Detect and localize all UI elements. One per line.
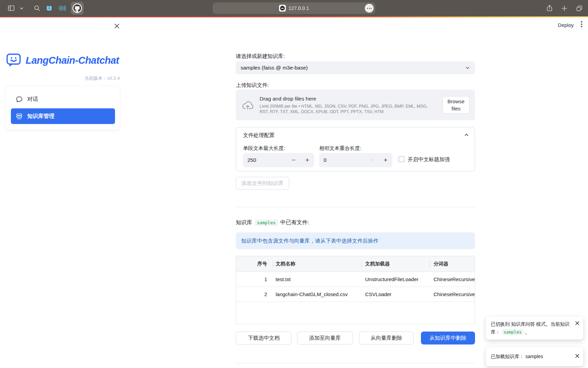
toast-kb-name-code: samples <box>502 329 523 335</box>
zh-title-checkbox-label[interactable]: 开启中文标题加强 <box>408 156 450 163</box>
app-logo: LangChain-Chatchat <box>0 53 125 68</box>
expander-title: 文件处理配置 <box>243 132 275 138</box>
col-header-index[interactable]: 序号 <box>236 256 273 272</box>
browser-toolbar: 127.0.0.1 <box>0 0 588 16</box>
overlap-size-input[interactable]: 0 − + <box>319 153 392 167</box>
info-banner: 知识库中包含源文件与向量库，请从下表中选择文件后操作 <box>236 232 475 249</box>
chat-bubble-icon <box>16 96 23 103</box>
sidebar-menu: 对话 知识库管理 <box>6 86 120 130</box>
sidebar-toggle-icon[interactable] <box>7 4 15 12</box>
page-settings-icon[interactable] <box>365 4 374 13</box>
address-bar[interactable]: 127.0.0.1 <box>213 2 375 14</box>
app-title: LangChain-Chatchat <box>26 55 119 66</box>
col-header-splitter[interactable]: 分词器 <box>430 256 475 272</box>
dropzone-limit-text: Limit 200MB per file • HTML, MD, JSON, C… <box>260 104 433 114</box>
file-dropzone[interactable]: Drag and drop files here Limit 200MB per… <box>236 90 475 120</box>
browser-window: 127.0.0.1 <box>0 0 588 368</box>
chunk-size-input[interactable]: 250 − + <box>243 153 314 167</box>
extension-userscript-icon[interactable] <box>45 4 53 12</box>
sidebar-chevron-icon[interactable] <box>20 6 23 10</box>
col-header-loader[interactable]: 文档加载器 <box>361 256 430 272</box>
kb-name-code: samples <box>255 219 278 226</box>
file-config-expander: 文件处理配置 单段文本最大长度: 相邻文本重合长度: 250 − + 0 − + <box>236 127 475 171</box>
browse-files-button[interactable]: Browse files <box>442 96 470 114</box>
cloud-upload-icon <box>241 99 254 111</box>
sidebar-close-icon[interactable] <box>114 23 120 30</box>
toast-close-icon[interactable] <box>575 354 579 359</box>
overlap-size-value[interactable]: 0 <box>319 157 365 163</box>
sidebar-item-kb-management[interactable]: 知识库管理 <box>11 108 115 124</box>
page-content: 请选择或新建知识库: samples (faiss @ m3e-base) 上传… <box>236 17 475 368</box>
url-text: 127.0.0.1 <box>289 5 309 11</box>
extension-circles-icon[interactable] <box>58 4 66 12</box>
tab-overview-icon[interactable] <box>575 4 583 12</box>
overlap-size-label: 相邻文本重合长度: <box>319 145 361 152</box>
add-files-button[interactable]: 添加文件到知识库 <box>236 177 289 190</box>
chunk-plus-button[interactable]: + <box>300 156 314 164</box>
kb-selectbox-value: samples (faiss @ m3e-base) <box>241 65 308 71</box>
kb-stack-icon <box>16 113 23 120</box>
github-extension-icon[interactable] <box>71 2 84 15</box>
divider <box>236 363 475 363</box>
app-version: 当前版本：v0.2.4 <box>84 75 120 81</box>
chevron-down-icon <box>465 65 470 71</box>
chunk-size-value[interactable]: 250 <box>243 157 287 163</box>
delete-from-vectorstore-button[interactable]: 从向量库删除 <box>359 332 414 344</box>
upload-label: 上传知识文件: <box>236 82 269 89</box>
sidebar-item-label: 知识库管理 <box>27 113 54 120</box>
new-tab-icon[interactable] <box>561 5 568 12</box>
divider <box>236 207 475 207</box>
kb-selectbox[interactable]: samples (faiss @ m3e-base) <box>236 61 475 74</box>
chevron-up-icon[interactable] <box>464 132 469 139</box>
overlap-minus-button[interactable]: − <box>365 156 379 164</box>
overlap-plus-button[interactable]: + <box>379 156 392 164</box>
files-table: 序号 文档名称 文档加载器 分词器 1 test.txt Unstructure… <box>236 256 475 324</box>
col-header-filename[interactable]: 文档名称 <box>273 256 361 272</box>
main-area: Deploy 请选择或新建知识库: samples (faiss @ m3e-b… <box>125 17 588 368</box>
sidebar-item-chat[interactable]: 对话 <box>11 91 115 107</box>
add-to-vectorstore-button[interactable]: 添加至向量库 <box>297 332 353 344</box>
toast-mode-switched: 已切换到 知识库问答 模式。当前知识库：samples。 <box>486 317 583 340</box>
expander-header[interactable]: 文件处理配置 <box>236 127 475 139</box>
delete-from-kb-button[interactable]: 从知识库中删除 <box>421 332 475 344</box>
main-menu-icon[interactable] <box>581 21 583 29</box>
table-row[interactable]: 1 test.txt UnstructuredFileLoader Chines… <box>236 272 475 287</box>
kb-files-heading: 知识库 samples 中已有文件: <box>236 219 309 226</box>
chunk-size-label: 单段文本最大长度: <box>243 145 285 152</box>
share-icon[interactable] <box>546 4 553 12</box>
table-header-row: 序号 文档名称 文档加载器 分词器 <box>236 256 475 272</box>
zh-title-checkbox[interactable] <box>398 156 405 162</box>
toast-kb-loaded: 已加载知识库： samples <box>486 347 583 366</box>
table-row[interactable]: 2 langchain-ChatGLM_closed.csv CSVLoader… <box>236 287 475 302</box>
download-selected-button[interactable]: 下载选中文档 <box>236 332 292 344</box>
search-icon[interactable] <box>34 5 40 12</box>
sidebar-item-label: 对话 <box>27 96 38 103</box>
dropzone-title: Drag and drop files here <box>260 96 433 102</box>
sidebar: LangChain-Chatchat 当前版本：v0.2.4 对话 知识库管理 <box>0 17 125 368</box>
toast-close-icon[interactable] <box>575 320 579 328</box>
streamlit-header: Deploy <box>558 21 583 29</box>
deploy-button[interactable]: Deploy <box>558 22 574 28</box>
github-logo <box>72 3 82 13</box>
chatchat-logo-icon <box>6 53 22 68</box>
chunk-minus-button[interactable]: − <box>287 156 300 164</box>
site-favicon <box>279 5 286 12</box>
kb-select-label: 请选择或新建知识库: <box>236 53 285 60</box>
